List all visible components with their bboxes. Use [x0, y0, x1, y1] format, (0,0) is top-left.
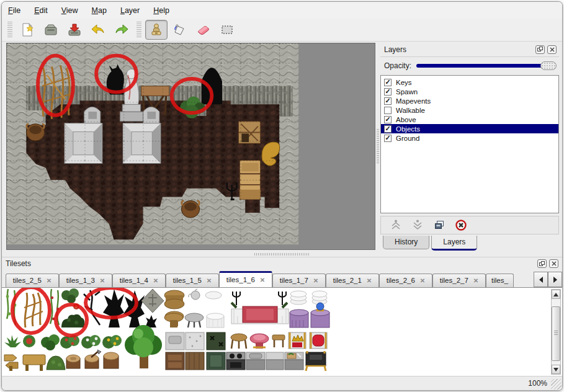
layer-visibility-checkbox[interactable]: ✓ [384, 79, 392, 86]
fill-tool-icon [172, 22, 187, 37]
tile-cloth-table [207, 313, 224, 327]
new-button[interactable] [16, 20, 38, 40]
tile-flower-bush-yellow [102, 335, 122, 349]
tileset-tab-tiles_2_5[interactable]: tiles_2_5✕ [6, 274, 59, 287]
tab-close-icon[interactable]: ✕ [313, 277, 318, 284]
tile-branches [24, 293, 43, 327]
tab-close-icon[interactable]: ✕ [153, 277, 158, 284]
layer-row-mapevents[interactable]: ✓Mapevents [381, 96, 558, 105]
tile-pink-table [250, 334, 269, 349]
tile-crown-chair [289, 332, 306, 349]
tileset-tab-label: tiles_2_1 [333, 277, 362, 284]
layer-visibility-checkbox[interactable]: ✓ [384, 116, 392, 123]
arrow-left-icon [539, 277, 544, 283]
tab-scroll-left-button[interactable] [534, 272, 548, 287]
menu-help[interactable]: Help [153, 6, 169, 15]
map-canvas[interactable] [6, 43, 375, 250]
float-panel-button[interactable] [535, 45, 545, 54]
raise-layer-button[interactable] [390, 219, 402, 231]
open-file-icon [43, 22, 58, 37]
tileset-scrollbar[interactable] [551, 289, 561, 375]
float-panel-button[interactable] [537, 259, 547, 268]
opacity-slider-thumb[interactable] [540, 61, 557, 70]
opacity-slider[interactable] [416, 61, 557, 71]
tile-sink-counter [246, 352, 265, 370]
menu-layer[interactable]: Layer [120, 6, 140, 15]
layer-row-spawn[interactable]: ✓Spawn [381, 87, 558, 96]
zoom-level: 100% [528, 379, 547, 388]
tile-cabinet-front [166, 352, 184, 370]
close-panel-button[interactable] [547, 45, 557, 54]
open-button[interactable] [40, 20, 62, 40]
undo-button[interactable] [87, 20, 109, 40]
tileset-view[interactable] [2, 287, 562, 376]
toolbar-drag-handle[interactable] [7, 22, 12, 38]
tab-close-icon[interactable]: ✕ [420, 277, 425, 284]
scrollbar-track[interactable] [552, 299, 560, 365]
eraser-tool-button[interactable] [192, 20, 215, 40]
tile-arrow-sign [4, 355, 18, 371]
tile-counter [266, 352, 284, 370]
tileset-tab-label: tiles_1_7 [280, 277, 308, 284]
tile-cutting-board [285, 352, 303, 370]
tileset-tab-tiles_2_1[interactable]: tiles_2_1✕ [326, 274, 379, 287]
tileset-image [2, 288, 543, 372]
tileset-tab-tiles_1_3[interactable]: tiles_1_3✕ [59, 274, 112, 287]
tileset-tab-tiles_2_6[interactable]: tiles_2_6✕ [379, 274, 432, 287]
tileset-tab-tiles_2_7[interactable]: tiles_2_7✕ [432, 274, 486, 287]
tile-sink-block [166, 332, 184, 350]
layer-row-walkable[interactable]: Walkable [381, 105, 558, 115]
tab-scroll-right-button[interactable] [548, 272, 562, 287]
layer-row-keys[interactable]: ✓Keys [381, 78, 558, 87]
save-button[interactable] [63, 20, 86, 40]
tab-close-icon[interactable]: ✕ [207, 277, 212, 284]
menu-view[interactable]: View [61, 6, 78, 15]
scroll-down-button[interactable] [552, 365, 560, 374]
stamp-tool-button[interactable] [145, 20, 168, 40]
horizontal-splitter[interactable] [2, 251, 562, 257]
tile-green-door [207, 352, 225, 370]
tileset-tab-tiles[interactable]: tiles_ [486, 274, 514, 287]
scrollbar-thumb[interactable] [552, 306, 560, 361]
tile-plate [205, 292, 222, 299]
dock-tab-layers[interactable]: Layers [431, 236, 477, 251]
layer-visibility-checkbox[interactable] [384, 107, 392, 114]
duplicate-layer-button[interactable] [433, 219, 445, 231]
layer-row-ground[interactable]: ✓Ground [381, 133, 558, 143]
menu-edit[interactable]: Edit [34, 6, 48, 15]
layer-visibility-checkbox[interactable]: ✓ [384, 125, 392, 133]
opacity-row: Opacity: [380, 60, 559, 72]
layer-row-objects[interactable]: ✓Objects [381, 124, 558, 133]
select-tool-button[interactable] [216, 20, 238, 40]
layer-visibility-checkbox[interactable]: ✓ [384, 88, 392, 96]
tab-close-icon[interactable]: ✕ [473, 277, 478, 284]
menu-map[interactable]: Map [92, 6, 107, 15]
tile-tree [125, 325, 162, 368]
scroll-up-button[interactable] [552, 290, 560, 299]
status-bar: 100% [2, 376, 562, 390]
menu-file[interactable]: File [8, 6, 20, 15]
tileset-tab-tiles_1_5[interactable]: tiles_1_5✕ [166, 274, 219, 287]
tab-close-icon[interactable]: ✕ [260, 277, 265, 283]
fill-tool-button[interactable] [169, 20, 191, 40]
redo-button[interactable] [110, 20, 133, 40]
tileset-tab-tiles_1_7[interactable]: tiles_1_7✕ [272, 274, 326, 287]
map-empty-area [7, 244, 298, 249]
vertical-splitter[interactable] [375, 42, 380, 251]
toolbar-drag-handle[interactable] [137, 22, 141, 38]
tile-plank-front [186, 352, 204, 370]
tileset-tab-tiles_1_4[interactable]: tiles_1_4✕ [112, 274, 166, 287]
resize-grip[interactable] [551, 379, 562, 390]
dock-tab-history[interactable]: History [383, 236, 429, 249]
tab-close-icon[interactable]: ✕ [367, 277, 372, 284]
tileset-tab-tiles_1_6[interactable]: tiles_1_6✕ [219, 271, 272, 287]
layer-row-above[interactable]: ✓Above [381, 115, 558, 124]
delete-layer-button[interactable] [455, 219, 467, 231]
layer-visibility-checkbox[interactable]: ✓ [384, 97, 392, 105]
lower-layer-button[interactable] [411, 219, 424, 231]
tab-close-icon[interactable]: ✕ [100, 277, 105, 284]
tab-close-icon[interactable]: ✕ [47, 277, 51, 284]
close-panel-button[interactable] [549, 259, 558, 268]
layer-visibility-checkbox[interactable]: ✓ [384, 135, 392, 142]
close-icon [550, 47, 555, 52]
